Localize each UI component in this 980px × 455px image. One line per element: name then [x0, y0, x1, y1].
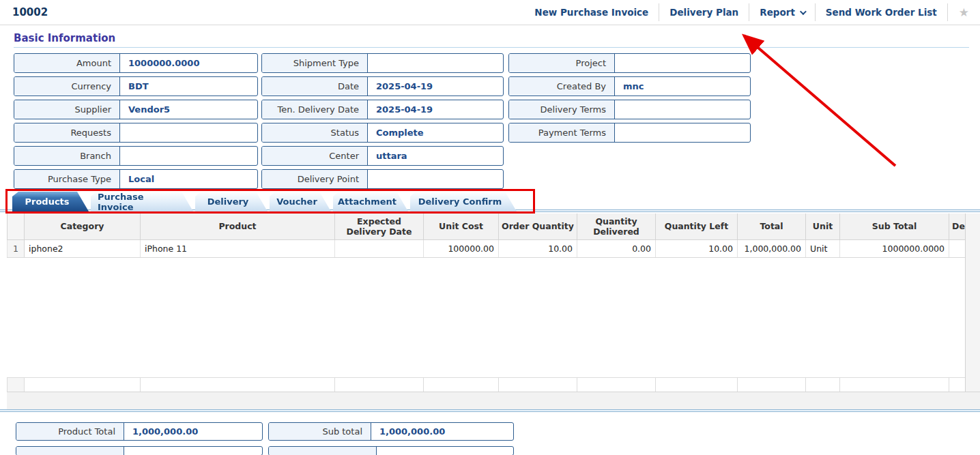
page-title: 10002: [12, 6, 48, 18]
report-dropdown-button[interactable]: Report: [749, 0, 815, 25]
tab-attachment-label: Attachment: [338, 196, 397, 207]
table-row[interactable]: 1 iphone2 iPhone 11 100000.00 10.00 0.00…: [8, 239, 966, 257]
status-value[interactable]: Complete: [368, 123, 503, 142]
supplier-label: Supplier: [14, 100, 120, 119]
col-header-unit[interactable]: Unit: [806, 214, 840, 239]
col-header-expected-delivery-date[interactable]: Expected Delivery Date: [335, 214, 424, 239]
date-value[interactable]: 2025-04-19: [368, 77, 503, 96]
detail-tab-bar: Products Purchase Invoice Delivery Vouch…: [12, 192, 519, 211]
payment-terms-value[interactable]: [615, 123, 750, 142]
cell-quantity-delivered: 0.00: [577, 239, 656, 257]
delivery-plan-label: Delivery Plan: [669, 7, 738, 18]
branch-label: Branch: [14, 147, 120, 165]
tab-voucher[interactable]: Voucher: [270, 192, 331, 211]
cell-unit: Unit: [806, 239, 840, 257]
col-header-quantity-delivered[interactable]: Quantity Delivered: [577, 214, 656, 239]
shipment-type-field: Shipment Type: [261, 53, 504, 73]
vertical-scrollbar[interactable]: [965, 214, 980, 392]
col-header-description[interactable]: Description: [949, 214, 966, 239]
product-total-label: Product Total: [16, 423, 124, 440]
tab-purchase-invoice[interactable]: Purchase Invoice: [91, 192, 193, 211]
created-by-label: Created By: [509, 77, 615, 96]
delivery-point-field: Delivery Point: [261, 169, 504, 189]
tentative-delivery-date-field: Ten. Delivery Date 2025-04-19: [261, 100, 504, 119]
supplier-field: Supplier Vendor5: [14, 100, 258, 119]
requests-value[interactable]: [120, 123, 257, 142]
amount-field: Amount 1000000.0000: [14, 53, 258, 73]
cutoff-total-field: [16, 446, 263, 455]
tab-voucher-label: Voucher: [276, 196, 317, 207]
currency-label: Currency: [14, 77, 120, 96]
amount-label: Amount: [14, 54, 120, 72]
project-field: Project: [508, 53, 751, 73]
tab-delivery-confirm[interactable]: Delivery Confirm: [410, 192, 517, 211]
form-column-1: Amount 1000000.0000 Currency BDT Supplie…: [14, 53, 258, 189]
delivery-point-value[interactable]: [368, 170, 503, 188]
supplier-value[interactable]: Vendor5: [120, 100, 257, 119]
col-header-order-quantity[interactable]: Order Quantity: [499, 214, 577, 239]
shipment-type-label: Shipment Type: [262, 54, 368, 72]
grid-footer-row: [8, 377, 966, 392]
chevron-down-icon: [800, 8, 807, 15]
requests-label: Requests: [14, 123, 120, 142]
action-toolbar: New Purchase Invoice Delivery Plan Repor…: [524, 0, 980, 25]
cell-total: 1,000,000.00: [738, 239, 806, 257]
send-work-order-list-button[interactable]: Send Work Order List: [816, 0, 947, 25]
col-header-unit-cost[interactable]: Unit Cost: [424, 214, 499, 239]
tab-panel-bottom-border: [0, 409, 980, 412]
purchase-type-value[interactable]: Local: [120, 170, 257, 188]
col-header-total[interactable]: Total: [738, 214, 806, 239]
project-value[interactable]: [615, 54, 750, 72]
center-label: Center: [262, 147, 368, 165]
currency-value[interactable]: BDT: [120, 77, 257, 96]
delivery-point-label: Delivery Point: [262, 170, 368, 188]
form-column-2: Shipment Type Date 2025-04-19 Ten. Deliv…: [261, 53, 504, 189]
center-value[interactable]: uttara: [368, 147, 503, 165]
cell-sub-total: 1000000.0000: [840, 239, 949, 257]
report-label: Report: [760, 7, 795, 18]
star-icon: ★: [959, 5, 969, 19]
col-header-product[interactable]: Product: [141, 214, 335, 239]
product-total-field: Product Total 1,000,000.00: [16, 422, 263, 441]
branch-field: Branch: [14, 146, 258, 166]
purchase-type-field: Purchase Type Local: [14, 169, 258, 189]
col-header-rownum: [8, 214, 25, 239]
products-grid: Category Product Expected Delivery Date …: [7, 214, 965, 392]
form-column-3: Project Created By mnc Delivery Terms Pa…: [508, 53, 751, 143]
col-header-category[interactable]: Category: [25, 214, 141, 239]
tab-delivery[interactable]: Delivery: [195, 192, 268, 211]
sub-total-label: Sub total: [269, 423, 371, 440]
col-header-quantity-left[interactable]: Quantity Left: [656, 214, 738, 239]
cell-order-quantity: 10.00: [499, 239, 577, 257]
horizontal-scrollbar[interactable]: [7, 392, 980, 409]
section-underline: [14, 47, 969, 48]
new-purchase-invoice-button[interactable]: New Purchase Invoice: [524, 0, 659, 25]
col-header-sub-total[interactable]: Sub Total: [840, 214, 949, 239]
cell-quantity-left: 10.00: [656, 239, 738, 257]
delivery-terms-value[interactable]: [615, 100, 750, 119]
center-field: Center uttara: [261, 146, 504, 166]
sub-total-field: Sub total 1,000,000.00: [268, 422, 514, 441]
send-work-order-list-label: Send Work Order List: [826, 7, 937, 18]
delivery-plan-button[interactable]: Delivery Plan: [659, 0, 749, 25]
created-by-field: Created By mnc: [508, 76, 751, 96]
tab-delivery-label: Delivery: [207, 196, 249, 207]
grid-empty-area: [8, 257, 966, 377]
shipment-type-value[interactable]: [368, 54, 503, 72]
new-purchase-invoice-label: New Purchase Invoice: [534, 7, 648, 18]
basic-information-heading: Basic Information: [14, 32, 115, 44]
product-total-value: 1,000,000.00: [124, 423, 262, 440]
cell-rownum: 1: [8, 239, 25, 257]
tab-products[interactable]: Products: [12, 192, 89, 211]
grid-header-row: Category Product Expected Delivery Date …: [8, 214, 966, 239]
branch-value[interactable]: [120, 147, 257, 165]
status-field: Status Complete: [261, 123, 504, 143]
tentative-delivery-date-label: Ten. Delivery Date: [262, 100, 368, 119]
tab-attachment[interactable]: Attachment: [333, 192, 408, 211]
date-field: Date 2025-04-19: [261, 76, 504, 96]
created-by-value[interactable]: mnc: [615, 77, 750, 96]
date-label: Date: [262, 77, 368, 96]
tentative-delivery-date-value[interactable]: 2025-04-19: [368, 100, 503, 119]
amount-value[interactable]: 1000000.0000: [120, 54, 257, 72]
favorite-star-button[interactable]: ★: [948, 0, 980, 25]
